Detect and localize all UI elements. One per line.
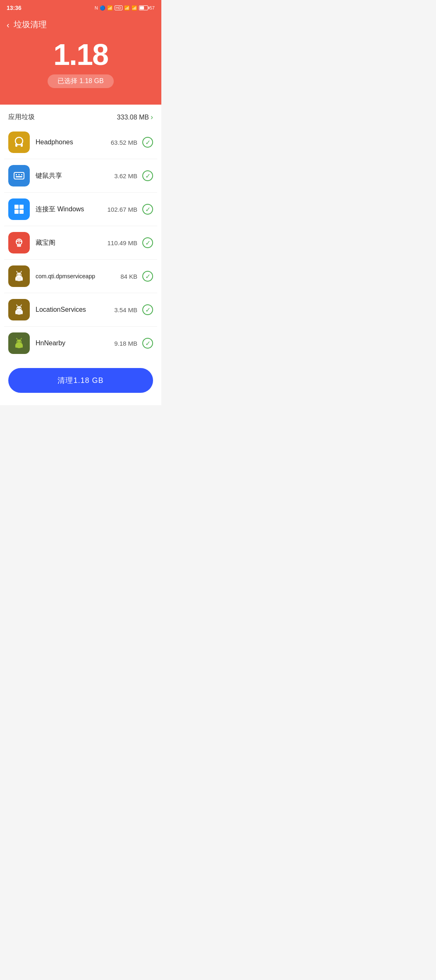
section-label: 应用垃圾 [8, 113, 35, 122]
battery-icon [139, 5, 148, 10]
svg-point-21 [17, 275, 18, 275]
keyboard-icon [8, 165, 30, 186]
bottom-bar: 清理1.18 GB [0, 360, 161, 405]
check-treasure[interactable]: ✓ [142, 237, 153, 248]
svg-line-28 [21, 305, 22, 306]
app-item-dpm[interactable]: com.qti.dpmserviceapp 84 KB ✓ [4, 260, 157, 293]
status-icons: N 🔵 📶 HD 📶 📶 57 [95, 5, 155, 11]
app-icon-location [8, 299, 30, 320]
check-windows[interactable]: ✓ [142, 204, 153, 215]
svg-rect-4 [16, 174, 17, 175]
page-title: 垃圾清理 [14, 19, 47, 30]
check-headphones[interactable]: ✓ [142, 137, 153, 148]
hero-badge: 已选择 1.18 GB [48, 74, 113, 88]
check-keyboard[interactable]: ✓ [142, 170, 153, 181]
app-item-hnnearby[interactable]: HnNearby 9.18 MB ✓ [4, 327, 157, 360]
hnnearby-icon [8, 332, 30, 354]
app-icon-headphones [8, 131, 30, 153]
signal-icon2: 📶 [132, 5, 137, 11]
app-name-headphones: Headphones [36, 139, 111, 146]
svg-rect-9 [19, 205, 24, 209]
content-area: 应用垃圾 333.08 MB › Headphones 63.52 MB ✓ [0, 105, 161, 405]
svg-rect-11 [19, 210, 24, 214]
app-size-headphones: 63.52 MB [111, 139, 137, 146]
app-item-keyboard[interactable]: 键鼠共享 3.62 MB ✓ [4, 159, 157, 193]
location-icon [8, 299, 30, 320]
app-name-windows: 连接至 Windows [36, 205, 107, 214]
wifi-icon: 📶 [107, 5, 113, 11]
app-name-dpm: com.qti.dpmserviceapp [36, 273, 120, 280]
svg-point-30 [20, 308, 21, 309]
svg-rect-17 [15, 277, 17, 281]
svg-rect-25 [15, 311, 17, 314]
section-size: 333.08 MB [117, 114, 149, 121]
hero-number: 1.18 [8, 38, 153, 71]
svg-rect-10 [14, 210, 19, 214]
svg-rect-6 [21, 174, 22, 175]
app-item-location[interactable]: LocationServices 3.54 MB ✓ [4, 293, 157, 327]
svg-rect-2 [21, 143, 23, 147]
svg-point-24 [17, 306, 22, 311]
battery-percent: 57 [150, 5, 155, 10]
svg-rect-33 [15, 344, 17, 348]
battery-fill [140, 6, 144, 10]
section-size-area: 333.08 MB › [117, 113, 153, 122]
windows-icon [8, 198, 30, 220]
hero-section: 1.18 已选择 1.18 GB [0, 30, 161, 105]
svg-line-35 [17, 338, 17, 339]
svg-rect-8 [14, 205, 19, 209]
svg-line-36 [21, 338, 22, 339]
app-name-treasure: 藏宝阁 [36, 239, 107, 247]
dpm-icon [8, 265, 30, 287]
app-icon-dpm [8, 265, 30, 287]
app-size-dpm: 84 KB [120, 273, 137, 280]
headphones-icon [8, 131, 30, 153]
svg-point-16 [17, 272, 22, 277]
hero-badge-prefix: 已选择 [57, 77, 77, 84]
check-dpm[interactable]: ✓ [142, 271, 153, 282]
app-size-location: 3.54 MB [114, 306, 137, 313]
hero-badge-size: 1.18 GB [79, 77, 104, 84]
app-icon-keyboard [8, 165, 30, 186]
app-item-headphones[interactable]: Headphones 63.52 MB ✓ [4, 126, 157, 159]
svg-rect-26 [21, 311, 23, 314]
svg-rect-34 [21, 344, 23, 348]
svg-line-20 [21, 271, 22, 272]
app-icon-treasure [8, 232, 30, 253]
svg-point-32 [17, 339, 22, 344]
app-name-location: LocationServices [36, 306, 114, 313]
svg-point-37 [17, 342, 18, 342]
app-item-treasure[interactable]: 藏宝阁 110.49 MB ✓ [4, 226, 157, 260]
svg-point-22 [20, 275, 21, 275]
app-icon-hnnearby [8, 332, 30, 354]
app-name-hnnearby: HnNearby [36, 339, 114, 347]
svg-point-29 [17, 308, 18, 309]
check-location[interactable]: ✓ [142, 304, 153, 315]
app-name-keyboard: 键鼠共享 [36, 172, 114, 180]
status-bar: 13:36 N 🔵 📶 HD 📶 📶 57 [0, 0, 161, 15]
bluetooth-icon: 🔵 [100, 5, 105, 11]
app-list: Headphones 63.52 MB ✓ 键鼠共享 3.62 MB [0, 126, 161, 360]
app-icon-windows [8, 198, 30, 220]
check-hnnearby[interactable]: ✓ [142, 338, 153, 349]
app-size-windows: 102.67 MB [107, 206, 137, 213]
clean-button[interactable]: 清理1.18 GB [8, 368, 153, 393]
app-size-hnnearby: 9.18 MB [114, 340, 137, 347]
svg-line-27 [17, 305, 17, 306]
svg-rect-7 [16, 176, 22, 177]
svg-rect-3 [14, 172, 24, 179]
section-header: 应用垃圾 333.08 MB › [0, 105, 161, 126]
app-size-treasure: 110.49 MB [107, 239, 137, 246]
svg-line-19 [17, 271, 17, 272]
nfc-icon: N [95, 5, 98, 10]
signal-icon1: 📶 [124, 5, 130, 11]
hd-badge: HD [115, 5, 122, 10]
section-expand-icon[interactable]: › [151, 113, 153, 122]
app-size-keyboard: 3.62 MB [114, 172, 137, 179]
back-button[interactable]: ‹ [7, 21, 10, 29]
svg-rect-5 [19, 174, 20, 175]
svg-rect-18 [21, 277, 23, 281]
svg-rect-1 [15, 143, 17, 147]
app-item-windows[interactable]: 连接至 Windows 102.67 MB ✓ [4, 193, 157, 226]
treasure-icon [8, 232, 30, 253]
